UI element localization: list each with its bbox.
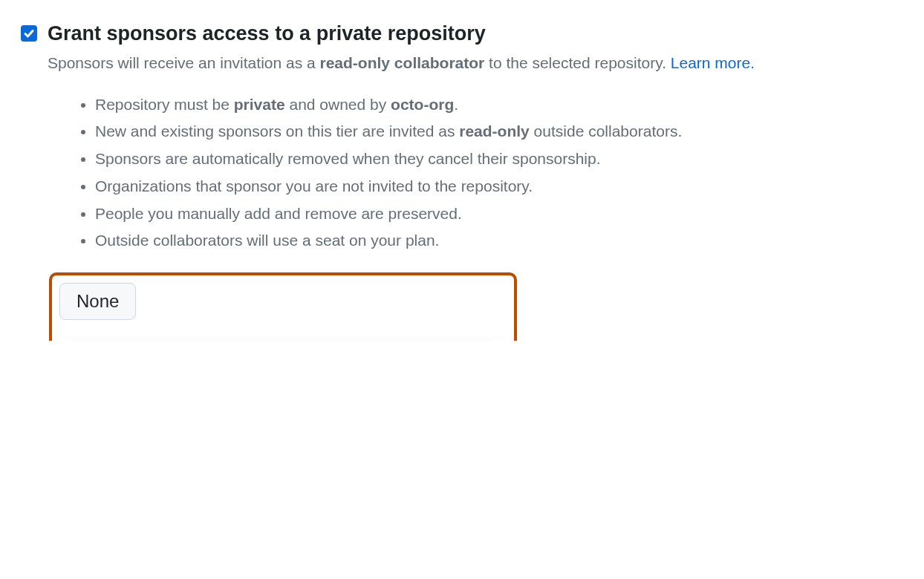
list-item: New and existing sponsors on this tier a… — [95, 118, 903, 145]
grant-access-option: Grant sponsors access to a private repos… — [21, 21, 903, 320]
option-title: Grant sponsors access to a private repos… — [48, 21, 903, 47]
list-item: People you manually add and remove are p… — [95, 200, 903, 228]
desc-text-after: to the selected repository. — [484, 54, 671, 71]
list-item: Outside collaborators will use a seat on… — [95, 227, 903, 255]
repository-dropdown-toggle[interactable]: None — [59, 283, 136, 320]
desc-text-bold: read-only collaborator — [320, 54, 485, 71]
list-item: Repository must be private and owned by … — [95, 91, 903, 119]
list-item: Sponsors are automatically removed when … — [95, 145, 903, 173]
desc-text-before: Sponsors will receive an invitation as a — [48, 54, 320, 71]
info-list: Repository must be private and owned by … — [95, 91, 903, 255]
option-description: Sponsors will receive an invitation as a… — [48, 51, 903, 75]
grant-access-checkbox[interactable] — [21, 25, 37, 42]
learn-more-link[interactable]: Learn more. — [671, 54, 755, 71]
checkmark-icon — [23, 27, 35, 39]
option-content: Grant sponsors access to a private repos… — [48, 21, 903, 320]
list-item: Organizations that sponsor you are not i… — [95, 173, 903, 200]
repository-selector: None None octo-org/octo-repo — [59, 283, 903, 320]
